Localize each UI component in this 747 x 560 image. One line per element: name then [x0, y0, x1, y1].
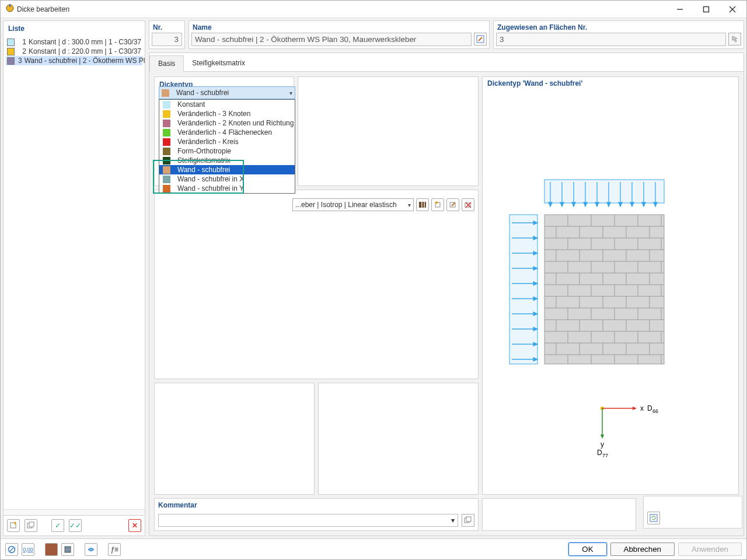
list-item[interactable]: 2 Konstant | d : 220.0 mm | 1 - C30/37	[6, 47, 142, 56]
bottom-left-panel-2	[318, 383, 479, 495]
material-library-button[interactable]	[416, 198, 429, 211]
bottom-left-panel-1	[154, 383, 315, 495]
bottom-right-panel-2	[643, 496, 742, 528]
name-label: Name	[189, 21, 489, 33]
chevron-down-icon: ▾	[408, 202, 411, 208]
svg-rect-44	[544, 215, 664, 364]
material-combo[interactable]: ...eber | Isotrop | Linear elastisch ▾	[292, 198, 414, 211]
assigned-box: Zugewiesen an Flächen Nr.	[493, 20, 744, 49]
pick-surface-button[interactable]	[728, 33, 741, 46]
rename-button[interactable]	[474, 33, 487, 46]
maximize-button[interactable]	[693, 1, 719, 18]
list-item[interactable]: 3 Wand - schubfrei | 2 - Ökotherm WS Pla	[6, 56, 142, 65]
option-kreis[interactable]: Veränderlich - Kreis	[159, 137, 295, 146]
new-button[interactable]: ✦	[7, 519, 20, 532]
assigned-input[interactable]	[496, 33, 726, 46]
assigned-label: Zugewiesen an Flächen Nr.	[494, 21, 743, 33]
list-area[interactable]: 1 Konstant | d : 300.0 mm | 1 - C30/37 2…	[4, 36, 145, 509]
dropdown-list: Konstant Veränderlich - 3 Knoten Verände…	[159, 99, 295, 194]
number-box: Nr.	[149, 20, 185, 49]
tab-basis[interactable]: Basis	[149, 55, 184, 72]
help-button[interactable]	[5, 543, 18, 556]
option-matrix[interactable]: Steifigkeitsmatrix	[159, 156, 295, 165]
preview-refresh-button[interactable]	[647, 512, 660, 524]
list-header: Liste	[4, 21, 145, 36]
check-all-button[interactable]: ✓✓	[69, 519, 82, 532]
option-schubfrei[interactable]: Wand - schubfrei	[159, 165, 295, 174]
number-input[interactable]	[152, 33, 182, 46]
svg-rect-22	[544, 180, 664, 203]
footer: 0,00 ƒ≡ OK Abbrechen Anwenden	[1, 538, 746, 559]
layers-button[interactable]	[61, 543, 74, 556]
material-delete-button[interactable]	[462, 198, 474, 211]
option-3knoten[interactable]: Veränderlich - 3 Knoten	[159, 109, 295, 118]
dickentyp-dropdown[interactable]: Wand - schubfrei ▾ Konstant Veränderlich…	[159, 86, 295, 194]
svg-rect-1	[9, 4, 11, 7]
units-button[interactable]: 0,00	[22, 543, 34, 556]
kommentar-label: Kommentar	[158, 501, 474, 510]
svg-rect-13	[425, 202, 426, 208]
color-swatch-icon	[162, 89, 169, 97]
name-input[interactable]	[191, 33, 472, 46]
material-edit-button[interactable]	[446, 198, 459, 211]
minimize-button[interactable]	[666, 1, 693, 18]
kommentar-panel: Kommentar ▾	[154, 498, 479, 531]
color-swatch-icon	[7, 38, 15, 46]
svg-rect-21	[466, 517, 471, 522]
chevron-down-icon[interactable]: ▾	[451, 516, 455, 524]
option-2knoten-richtung[interactable]: Veränderlich - 2 Knoten und Richtung	[159, 118, 295, 128]
side-list-panel: Liste 1 Konstant | d : 300.0 mm | 1 - C3…	[3, 20, 145, 536]
cancel-button[interactable]: Abbrechen	[610, 542, 675, 556]
svg-text:D: D	[597, 449, 602, 457]
svg-rect-3	[703, 6, 708, 12]
option-4flaechen[interactable]: Veränderlich - 4 Flächenecken	[159, 128, 295, 137]
svg-text:✦: ✦	[434, 201, 439, 206]
nr-label: Nr.	[149, 21, 184, 33]
chevron-down-icon: ▾	[289, 90, 292, 96]
kommentar-copy-button[interactable]	[462, 514, 474, 527]
option-konstant[interactable]: Konstant	[159, 100, 295, 109]
delete-button[interactable]: ✕	[128, 519, 141, 532]
material-value: ...eber | Isotrop | Linear elastisch	[295, 201, 397, 209]
svg-rect-9	[29, 522, 34, 527]
texture-button[interactable]	[45, 543, 58, 556]
copy-button[interactable]	[25, 519, 37, 532]
app-icon	[5, 4, 15, 15]
list-item[interactable]: 1 Konstant | d : 300.0 mm | 1 - C30/37	[6, 37, 142, 47]
close-button[interactable]	[719, 1, 745, 18]
option-orthotropie[interactable]: Form-Orthotropie	[159, 146, 295, 156]
svg-rect-11	[419, 202, 421, 208]
check-single-button[interactable]: ✓	[51, 519, 64, 532]
tab-matrix[interactable]: Steifigkeitsmatrix	[184, 55, 253, 71]
option-schubfrei-y[interactable]: Wand - schubfrei in Y	[159, 184, 295, 193]
svg-text:77: 77	[602, 453, 608, 459]
info-button[interactable]	[85, 543, 97, 556]
color-swatch-icon	[7, 57, 15, 65]
svg-rect-12	[422, 202, 424, 208]
window-title: Dicke bearbeiten	[15, 5, 666, 13]
function-button[interactable]: ƒ≡	[108, 543, 121, 556]
material-new-button[interactable]: ✦	[431, 198, 444, 211]
color-swatch-icon	[7, 48, 15, 55]
material-panel: ...eber | Isotrop | Linear elastisch ▾ ✦	[154, 190, 479, 379]
preview-diagram: x D66 y D77	[483, 77, 728, 485]
svg-rect-131	[650, 514, 657, 522]
svg-text:D: D	[647, 404, 652, 412]
name-box: Name	[189, 20, 490, 49]
scrollbar-horizontal[interactable]	[4, 509, 145, 515]
ok-button[interactable]: OK	[568, 542, 606, 556]
bottom-right-panel-1	[482, 498, 636, 531]
option-schubfrei-x[interactable]: Wand - schubfrei in X	[159, 174, 295, 184]
titlebar: Dicke bearbeiten	[1, 1, 746, 18]
svg-text:✦: ✦	[13, 522, 18, 526]
preview-panel: Dickentyp 'Wand - schubfrei'	[482, 76, 739, 495]
dickentyp-combo[interactable]: Wand - schubfrei ▾	[159, 86, 295, 99]
window: Dicke bearbeiten Liste 1 Konstant | d : …	[0, 0, 747, 560]
svg-text:x: x	[640, 404, 644, 412]
svg-text:y: y	[601, 440, 604, 449]
upper-right-blank-panel	[298, 76, 479, 186]
apply-button[interactable]: Anwenden	[678, 542, 742, 556]
svg-text:66: 66	[652, 408, 658, 414]
